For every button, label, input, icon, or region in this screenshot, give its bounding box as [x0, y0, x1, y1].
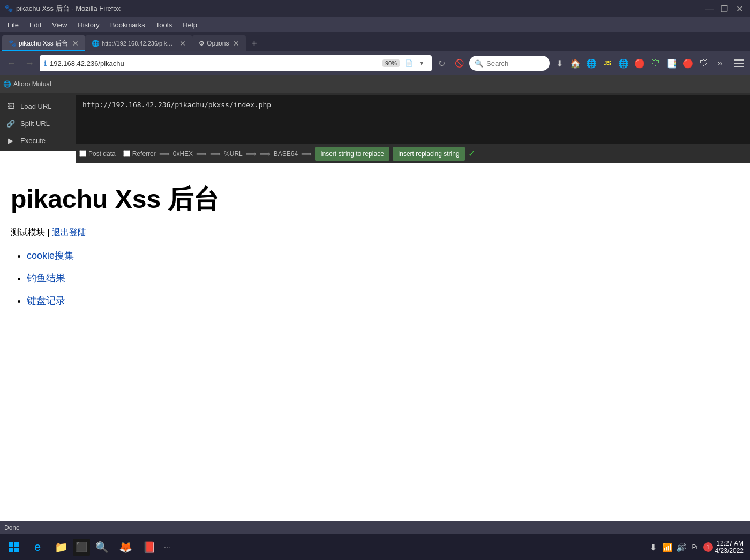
- dropdown-icon[interactable]: ▼: [416, 57, 428, 69]
- arrow-4: ⟹: [246, 150, 257, 158]
- keylog-link[interactable]: 键盘记录: [27, 295, 65, 306]
- systray-notif-icon[interactable]: 1: [703, 542, 713, 552]
- start-button[interactable]: [2, 535, 26, 559]
- tab-label-2: http://192.168.42.236/pikachu...: [102, 40, 175, 47]
- page-title: pikachu Xss 后台: [11, 182, 739, 216]
- tab-options[interactable]: ⚙ Options ✕: [192, 35, 246, 51]
- subtitle-text: 测试模块 |: [11, 228, 50, 237]
- download-icon[interactable]: ⬇: [552, 56, 567, 71]
- tab-close-3[interactable]: ✕: [233, 39, 239, 48]
- load-url-icon: 🖼: [5, 101, 16, 111]
- taskbar-right: ⬇ 📶 🔊 Pr 1 12:27 AM 4/23/2022: [648, 540, 748, 555]
- insert-to-replace-button[interactable]: Insert string to replace: [315, 147, 389, 161]
- referrer-checkbox[interactable]: [123, 150, 130, 157]
- systray-speaker-icon: 🔊: [676, 541, 687, 553]
- tab-url[interactable]: 🌐 http://192.168.42.236/pikachu... ✕: [85, 35, 192, 51]
- taskbar-edge-icon[interactable]: e: [26, 535, 49, 559]
- sidebar-item-execute[interactable]: ▶ Execute: [0, 132, 76, 149]
- tab-pikachu[interactable]: 🐾 pikachu Xss 后台 ✕: [2, 35, 85, 51]
- menu-file[interactable]: File: [2, 17, 24, 32]
- tab-close-2[interactable]: ✕: [179, 39, 186, 48]
- menu-help[interactable]: Help: [177, 17, 202, 32]
- url-area[interactable]: http://192.168.42.236/pikachu/pkxss/inde…: [76, 95, 750, 144]
- main-content: pikachu Xss 后台 测试模块 | 退出登陆 cookie搜集 钓鱼结果…: [0, 166, 750, 539]
- sidebar: 🖼 Load URL 🔗 Split URL ▶ Execute: [0, 95, 76, 151]
- back-button[interactable]: ←: [3, 55, 19, 71]
- altoro-icon: 🌐: [3, 80, 11, 88]
- taskbar-folder-icon[interactable]: 📁: [49, 535, 73, 559]
- sidebar-item-load-url[interactable]: 🖼 Load URL: [0, 98, 76, 115]
- list-item-cookie: cookie搜集: [27, 249, 739, 262]
- addon2-icon[interactable]: 🛡: [696, 56, 711, 71]
- js-icon[interactable]: JS: [600, 56, 615, 71]
- browser-title: pikachu Xss 后台 - Mozilla Firefox: [16, 4, 703, 13]
- page-icon-area: 📄 ▼: [403, 57, 428, 69]
- altoro-label: Altoro Mutual: [13, 80, 51, 88]
- post-data-checkbox-label[interactable]: Post data: [79, 150, 116, 158]
- fishing-link[interactable]: 钓鱼结果: [27, 273, 65, 283]
- search-container[interactable]: 🔍: [469, 56, 550, 71]
- link-list: cookie搜集 钓鱼结果 键盘记录: [11, 249, 739, 307]
- logout-link[interactable]: 退出登陆: [52, 228, 86, 237]
- execute-icon: ▶: [5, 135, 16, 146]
- sidebar-label-execute: Execute: [20, 137, 46, 145]
- list-item-fishing: 钓鱼结果: [27, 272, 739, 285]
- taskbar-time[interactable]: 12:27 AM 4/23/2022: [715, 540, 748, 555]
- new-tab-button[interactable]: +: [246, 35, 262, 51]
- menu-edit[interactable]: Edit: [24, 17, 47, 32]
- list-item-keylog: 键盘记录: [27, 294, 739, 307]
- browser-favicon: 🐾: [4, 4, 13, 13]
- menu-bookmarks[interactable]: Bookmarks: [105, 17, 151, 32]
- checkmark-icon: ✓: [468, 148, 475, 159]
- menu-bar: File Edit View History Bookmarks Tools H…: [0, 17, 750, 32]
- taskbar-terminal-icon[interactable]: ⬛: [73, 539, 90, 556]
- minimize-button[interactable]: —: [703, 2, 716, 15]
- refresh-button[interactable]: ↻: [434, 56, 449, 71]
- taskbar-search-icon[interactable]: 🔍: [90, 535, 114, 559]
- addon1-icon[interactable]: 🔴: [680, 56, 695, 71]
- home-icon[interactable]: 🏠: [568, 56, 583, 71]
- altoro-logo[interactable]: 🌐 Altoro Mutual: [3, 80, 51, 88]
- tab-close-1[interactable]: ✕: [72, 39, 79, 48]
- globe-icon[interactable]: 🌐: [584, 56, 599, 71]
- menu-tools[interactable]: Tools: [151, 17, 177, 32]
- address-bar[interactable]: ℹ 192.168.42.236/pikachu 90% 📄 ▼: [40, 55, 432, 71]
- close-button[interactable]: ✕: [733, 2, 746, 15]
- more-tools-icon[interactable]: »: [712, 56, 728, 71]
- extension1-icon[interactable]: 🌐: [616, 56, 631, 71]
- arrow-2: ⟹: [196, 150, 207, 158]
- post-data-checkbox[interactable]: [79, 150, 86, 157]
- menu-history[interactable]: History: [72, 17, 104, 32]
- taskbar-more-icon[interactable]: ···: [161, 543, 174, 551]
- sidebar-item-split-url[interactable]: 🔗 Split URL: [0, 115, 76, 132]
- taskbar-app-icon[interactable]: 📕: [137, 535, 161, 559]
- window-controls: — ❐ ✕: [703, 2, 746, 15]
- search-input[interactable]: [486, 59, 540, 68]
- stop-loading-icon: 🚫: [451, 55, 467, 71]
- bookmark-icon[interactable]: 📑: [664, 56, 679, 71]
- address-text: 192.168.42.236/pikachu: [50, 59, 379, 68]
- forward-button[interactable]: →: [21, 55, 38, 71]
- systray: ⬇ 📶 🔊 Pr 1: [648, 541, 713, 553]
- maximize-button[interactable]: ❐: [718, 2, 731, 15]
- wot-icon[interactable]: 🛡: [648, 56, 663, 71]
- noscript-icon[interactable]: 🔴: [632, 56, 647, 71]
- referrer-checkbox-label[interactable]: Referrer: [123, 150, 156, 158]
- tab-bar: 🐾 pikachu Xss 后台 ✕ 🌐 http://192.168.42.2…: [0, 32, 750, 51]
- oxhex-label: 0xHEX: [173, 150, 193, 158]
- hamburger-menu[interactable]: [732, 56, 747, 71]
- sidebar-label-split-url: Split URL: [20, 120, 50, 128]
- base64-label: BASE64: [274, 150, 298, 158]
- taskbar-firefox-icon[interactable]: 🦊: [114, 535, 137, 559]
- zoom-badge: 90%: [382, 59, 400, 67]
- url-textarea[interactable]: http://192.168.42.236/pikachu/pkxss/inde…: [76, 95, 750, 144]
- cookie-link[interactable]: cookie搜集: [27, 250, 74, 261]
- systray-lang-icon: Pr: [689, 541, 701, 553]
- toolbar-icons: ⬇ 🏠 🌐 JS 🌐 🔴 🛡 📑 🔴 🛡 »: [552, 56, 728, 71]
- nav-bar: ← → ℹ 192.168.42.236/pikachu 90% 📄 ▼ ↻ 🚫…: [0, 51, 750, 75]
- menu-view[interactable]: View: [47, 17, 72, 32]
- reader-mode-icon[interactable]: 📄: [403, 57, 415, 69]
- subtitle-area: 测试模块 | 退出登陆: [11, 227, 739, 238]
- tab-label-1: pikachu Xss 后台: [19, 39, 68, 48]
- insert-replacing-button[interactable]: Insert replacing string: [393, 147, 465, 161]
